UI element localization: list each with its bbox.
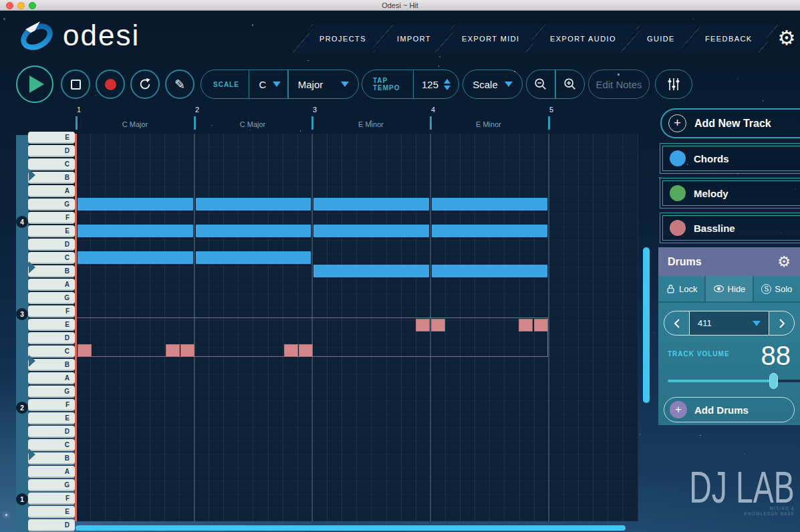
- hide-button[interactable]: Hide: [706, 276, 753, 301]
- piano-key-d[interactable]: D: [28, 239, 75, 251]
- nav-item-export-audio[interactable]: EXPORT AUDIO: [527, 25, 639, 53]
- piano-key-g[interactable]: G: [28, 479, 75, 491]
- chord-note-c[interactable]: [196, 251, 311, 264]
- chord-note-g[interactable]: [196, 198, 311, 211]
- drum-note[interactable]: [180, 344, 194, 357]
- playhead[interactable]: [75, 134, 77, 521]
- track-row-bassline[interactable]: Bassline: [660, 213, 800, 243]
- drum-note[interactable]: [166, 344, 180, 357]
- nav-item-export-midi[interactable]: EXPORT MIDI: [438, 25, 543, 53]
- window-close-button[interactable]: [6, 2, 13, 9]
- scale-mode-dropdown[interactable]: Scale: [462, 70, 523, 99]
- track-name-label: Melody: [694, 188, 728, 199]
- chord-note-e[interactable]: [432, 225, 547, 237]
- solo-button[interactable]: S Solo: [754, 276, 800, 301]
- chord-progression-label[interactable]: E Minor: [476, 120, 501, 128]
- piano-key-g[interactable]: G: [28, 292, 75, 304]
- chord-note-e[interactable]: [78, 225, 193, 237]
- piano-key-d[interactable]: D: [28, 145, 75, 157]
- chord-note-g[interactable]: [432, 198, 547, 211]
- next-pattern-button[interactable]: [769, 311, 794, 335]
- piano-key-d[interactable]: D: [28, 332, 75, 344]
- add-drums-label: Add Drums: [694, 404, 749, 416]
- nav-item-feedback[interactable]: FEEDBACK: [682, 25, 776, 53]
- record-button[interactable]: [96, 70, 125, 99]
- chord-note-b[interactable]: [432, 265, 547, 277]
- nav-item-projects[interactable]: PROJECTS: [296, 25, 389, 53]
- drum-note[interactable]: [534, 319, 548, 331]
- pencil-button[interactable]: ✎: [165, 70, 194, 99]
- piano-key-a[interactable]: A: [28, 185, 75, 197]
- add-new-track-button[interactable]: + Add New Track: [660, 108, 800, 138]
- mode-dropdown[interactable]: Major: [289, 79, 358, 90]
- scale-selector: SCALE C Major: [201, 70, 359, 99]
- piano-key-d[interactable]: D: [28, 519, 75, 531]
- drum-note[interactable]: [519, 319, 533, 331]
- track-volume-label: TRACK VOLUME: [668, 350, 730, 358]
- piano-key-label: E: [65, 321, 70, 328]
- piano-key-e[interactable]: E: [28, 132, 75, 144]
- tap-tempo-button[interactable]: TAP TEMPO: [362, 77, 413, 92]
- piano-key-a[interactable]: A: [28, 279, 75, 291]
- piano-key-e[interactable]: E: [28, 412, 75, 424]
- previous-pattern-button[interactable]: [664, 311, 689, 335]
- octave-notch: [29, 261, 35, 273]
- bpm-stepper[interactable]: [444, 79, 450, 90]
- edit-notes-button[interactable]: Edit Notes: [588, 70, 650, 99]
- piano-key-d[interactable]: D: [28, 426, 75, 438]
- piano-key-a[interactable]: A: [28, 372, 75, 384]
- piano-key-g[interactable]: G: [28, 198, 75, 211]
- piano-key-f[interactable]: F: [28, 305, 75, 317]
- drums-track-panel: Drums ⚙ Lock Hide S Solo: [658, 247, 800, 425]
- drum-note[interactable]: [284, 344, 298, 357]
- star-dot: [96, 95, 97, 96]
- track-row-melody[interactable]: Melody: [660, 178, 800, 209]
- piano-key-g[interactable]: G: [28, 386, 75, 398]
- star-dot: [252, 24, 254, 26]
- bar-number: 3: [313, 106, 317, 114]
- vertical-scrollbar[interactable]: [643, 247, 650, 403]
- loop-button[interactable]: [130, 70, 160, 99]
- piano-key-e[interactable]: E: [28, 506, 75, 518]
- play-button[interactable]: [16, 65, 53, 103]
- nav-item-label: GUIDE: [647, 35, 675, 43]
- chord-note-e[interactable]: [196, 225, 311, 237]
- bar-tick: [311, 116, 313, 130]
- track-settings-gear-icon[interactable]: ⚙: [777, 253, 791, 271]
- piano-key-e[interactable]: E: [28, 319, 75, 331]
- piano-key-f[interactable]: F: [28, 399, 75, 411]
- chord-note-c[interactable]: [78, 251, 193, 264]
- track-row-chords[interactable]: Chords: [660, 143, 800, 174]
- piano-key-f[interactable]: F: [28, 212, 75, 224]
- key-dropdown[interactable]: C: [249, 79, 287, 90]
- zoom-in-button[interactable]: [556, 77, 584, 92]
- window-zoom-button[interactable]: [29, 2, 36, 9]
- piano-key-label: D: [65, 147, 70, 154]
- chord-note-b[interactable]: [313, 265, 429, 277]
- drum-note[interactable]: [78, 344, 92, 357]
- track-volume-slider[interactable]: [668, 373, 791, 389]
- drums-panel-header[interactable]: Drums ⚙: [658, 247, 800, 276]
- drum-note[interactable]: [416, 319, 430, 331]
- chord-note-e[interactable]: [313, 225, 429, 237]
- piano-key-e[interactable]: E: [28, 225, 75, 237]
- chord-progression-label[interactable]: C Major: [240, 120, 266, 128]
- settings-gear-icon[interactable]: ⚙: [775, 27, 798, 49]
- chord-note-g[interactable]: [78, 198, 193, 211]
- piano-key-a[interactable]: A: [28, 466, 75, 478]
- window-minimize-button[interactable]: [17, 2, 25, 9]
- pattern-dropdown[interactable]: 411: [689, 311, 769, 335]
- mixer-button[interactable]: [655, 70, 692, 99]
- chord-note-g[interactable]: [313, 198, 429, 211]
- lock-button[interactable]: Lock: [658, 276, 706, 301]
- slider-handle[interactable]: [769, 373, 778, 389]
- drum-note[interactable]: [299, 344, 313, 357]
- chord-progression-label[interactable]: E Minor: [358, 120, 384, 128]
- stop-button[interactable]: [61, 70, 90, 99]
- horizontal-scrollbar[interactable]: [76, 525, 626, 531]
- add-drums-button[interactable]: + Add Drums: [664, 397, 795, 422]
- zoom-out-button[interactable]: [527, 77, 555, 92]
- drum-note[interactable]: [431, 319, 445, 331]
- chord-progression-label[interactable]: C Major: [122, 120, 148, 128]
- piano-key-f[interactable]: F: [28, 493, 75, 505]
